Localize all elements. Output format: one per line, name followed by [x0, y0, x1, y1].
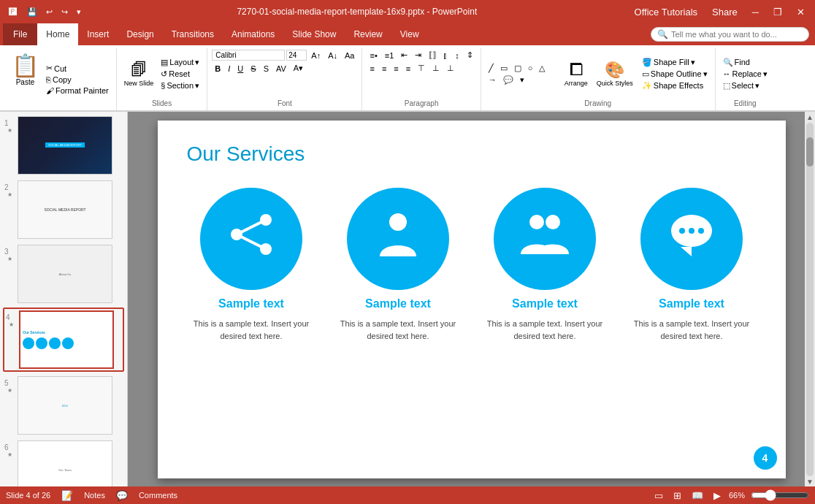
- service-item-3[interactable]: Sample text This is a sample text. Inser…: [481, 188, 610, 342]
- comments-icon[interactable]: 💬: [114, 489, 130, 502]
- font-name-input[interactable]: [212, 50, 285, 61]
- ribbon-content: 📋 Paste ✂ Cut ⎘ Copy 🖌 Format Painter: [0, 45, 815, 111]
- arrange-button[interactable]: ⧠ Arrange: [562, 59, 591, 88]
- vertical-scrollbar[interactable]: ▲ ▼: [805, 112, 815, 487]
- slide-sorter-button[interactable]: ⊞: [671, 489, 684, 502]
- search-icon: 🔍: [657, 29, 668, 39]
- slide-thumb-1[interactable]: 1 ★ SOCIAL MEDIA REPORT: [3, 115, 124, 176]
- select-button[interactable]: ⬚ Select ▾: [720, 80, 770, 91]
- increase-font-button[interactable]: A↑: [308, 50, 324, 61]
- slide-thumb-4[interactable]: 4 ★ Our Services: [3, 308, 124, 372]
- quick-styles-button[interactable]: 🎨 Quick Styles: [594, 59, 636, 88]
- oval-shape[interactable]: ○: [525, 63, 536, 74]
- customize-qa-button[interactable]: ▾: [74, 6, 84, 18]
- tab-home[interactable]: Home: [37, 23, 78, 45]
- slideshow-button[interactable]: ▶: [711, 489, 723, 502]
- line-spacing-button[interactable]: ↕: [452, 50, 462, 61]
- format-painter-button[interactable]: 🖌 Format Painter: [43, 85, 112, 96]
- underline-button[interactable]: U: [234, 64, 246, 74]
- para-row2: ≡ ≡ ≡ ≡ ⊤ ⊥ ⊥: [367, 63, 475, 74]
- close-button[interactable]: ✕: [792, 5, 809, 19]
- slide-thumb-2[interactable]: 2 ★ SOCIAL MEDIA REPORT: [3, 179, 124, 240]
- text-direction-button[interactable]: ⇕: [464, 50, 476, 61]
- redo-button[interactable]: ↪: [58, 6, 71, 18]
- align-center-button[interactable]: ≡: [379, 64, 389, 74]
- strikethrough-button[interactable]: S: [248, 64, 259, 74]
- align-bottom-button[interactable]: ⊥: [444, 63, 457, 74]
- restore-button[interactable]: ❐: [769, 5, 787, 19]
- office-tutorials-button[interactable]: Office Tutorials: [630, 5, 702, 19]
- minimize-button[interactable]: ─: [748, 5, 763, 19]
- scroll-down-button[interactable]: ▼: [806, 478, 814, 486]
- shape-outline-button[interactable]: ▭ Shape Outline ▾: [639, 69, 711, 80]
- reading-view-button[interactable]: 📖: [689, 489, 705, 502]
- slide-num-6: 6: [4, 443, 15, 451]
- tab-design[interactable]: Design: [118, 23, 162, 45]
- tab-view[interactable]: View: [391, 23, 428, 45]
- more-shapes-button[interactable]: ▾: [517, 75, 527, 85]
- arrow-shape[interactable]: →: [486, 75, 500, 85]
- bullets-button[interactable]: ≡•: [367, 50, 380, 61]
- menu-tabs: File Home Insert Design Transitions Anim…: [0, 23, 815, 45]
- scroll-up-button[interactable]: ▲: [806, 113, 814, 121]
- smart-art-button[interactable]: ⟦⟧: [426, 50, 439, 61]
- line-shape[interactable]: ╱: [486, 63, 497, 74]
- service-item-1[interactable]: Sample text This is a sample text. Inser…: [187, 188, 316, 342]
- tell-me-input[interactable]: [671, 30, 803, 39]
- share-button[interactable]: Share: [708, 5, 742, 19]
- tab-animations[interactable]: Animations: [223, 23, 283, 45]
- notes-icon[interactable]: 📝: [59, 489, 75, 502]
- round-rect-shape[interactable]: ▢: [511, 63, 524, 74]
- font-size-input[interactable]: [286, 50, 307, 61]
- clear-format-button[interactable]: Aa: [342, 50, 357, 61]
- rect-shape[interactable]: ▭: [497, 63, 510, 74]
- tab-slideshow[interactable]: Slide Show: [283, 23, 345, 45]
- tab-insert[interactable]: Insert: [78, 23, 118, 45]
- columns-button[interactable]: ⫿: [440, 50, 451, 61]
- find-button[interactable]: 🔍 Find: [720, 57, 770, 68]
- tell-me-bar[interactable]: 🔍: [651, 27, 809, 42]
- new-slide-button[interactable]: 🗐 New Slide: [121, 59, 157, 88]
- triangle-shape[interactable]: △: [536, 63, 548, 74]
- cut-button[interactable]: ✂ Cut: [43, 63, 112, 74]
- section-button[interactable]: § Section ▾: [158, 80, 202, 91]
- shadow-button[interactable]: S: [261, 64, 272, 74]
- font-color-button[interactable]: A▾: [291, 63, 306, 74]
- zoom-slider[interactable]: [751, 489, 809, 501]
- italic-button[interactable]: I: [225, 64, 233, 74]
- star-5: ★: [7, 387, 12, 394]
- service-item-4[interactable]: Sample text This is a sample text. Inser…: [627, 188, 757, 342]
- tab-transitions[interactable]: Transitions: [163, 23, 223, 45]
- align-top-button[interactable]: ⊤: [415, 63, 428, 74]
- layout-button[interactable]: ▤ Layout ▾: [158, 57, 202, 68]
- service-item-2[interactable]: Sample text This is a sample text. Inser…: [334, 188, 463, 342]
- save-button[interactable]: 💾: [24, 6, 40, 18]
- tab-file[interactable]: File: [3, 23, 37, 45]
- reset-button[interactable]: ↺ Reset: [158, 69, 202, 80]
- replace-button[interactable]: ↔ Replace ▾: [720, 69, 770, 80]
- numbering-button[interactable]: ≡1: [382, 50, 397, 61]
- scroll-thumb[interactable]: [806, 137, 814, 167]
- bold-button[interactable]: B: [212, 64, 223, 74]
- increase-indent-button[interactable]: ⇥: [412, 50, 424, 61]
- decrease-font-button[interactable]: A↓: [325, 50, 340, 61]
- tab-review[interactable]: Review: [345, 23, 391, 45]
- reset-icon: ↺: [161, 69, 167, 79]
- align-left-button[interactable]: ≡: [367, 64, 377, 74]
- normal-view-button[interactable]: ▭: [652, 489, 665, 502]
- slide-thumb-3[interactable]: 3 ★ About Us: [3, 243, 124, 305]
- align-right-button[interactable]: ≡: [391, 64, 401, 74]
- slide-thumb-5[interactable]: 5 ★ 65%: [3, 375, 124, 436]
- shape-fill-button[interactable]: 🪣 Shape Fill ▾: [639, 57, 711, 68]
- callout-shape[interactable]: 💬: [500, 75, 516, 85]
- slide-thumb-6[interactable]: 6 ★ Our Team: [3, 439, 124, 487]
- paste-button[interactable]: 📋 Paste: [7, 50, 43, 89]
- shape-effects-button[interactable]: ✨ Shape Effects: [639, 80, 711, 91]
- justify-button[interactable]: ≡: [403, 64, 413, 74]
- slide-canvas[interactable]: Our Services: [158, 121, 786, 478]
- decrease-indent-button[interactable]: ⇤: [398, 50, 410, 61]
- undo-button[interactable]: ↩: [43, 6, 56, 18]
- char-spacing-button[interactable]: AV: [273, 64, 289, 74]
- copy-button[interactable]: ⎘ Copy: [43, 75, 112, 85]
- align-middle-button[interactable]: ⊥: [429, 63, 443, 74]
